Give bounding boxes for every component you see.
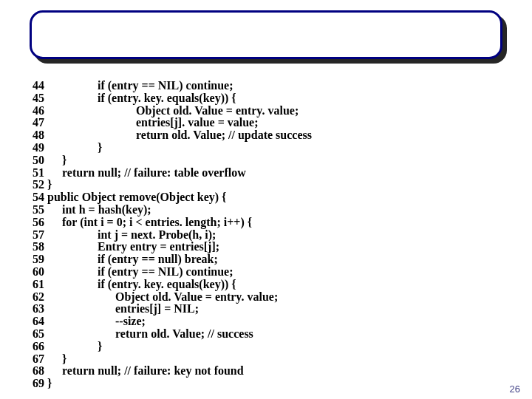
slide: 44 if (entry == NIL) continue; 45 if (en… [0,0,532,399]
code-block: 44 if (entry == NIL) continue; 45 if (en… [33,80,312,390]
code-text: 44 if (entry == NIL) continue; 45 if (en… [33,80,312,390]
title-box [30,10,502,59]
page-number: 26 [510,383,520,395]
